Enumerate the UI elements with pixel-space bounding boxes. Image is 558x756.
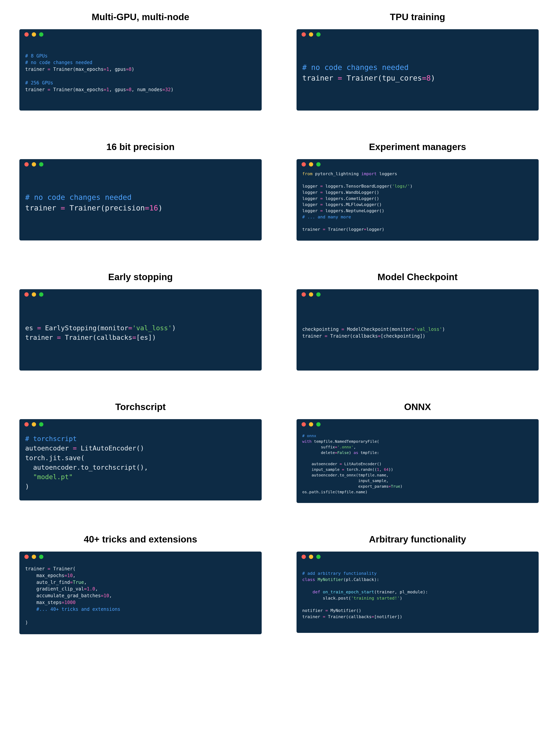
window-minimize-icon[interactable]	[309, 555, 313, 559]
code-wrap: es = EarlyStopping(monitor='val_loss') t…	[19, 300, 262, 370]
card-title: Model Checkpoint	[378, 271, 457, 282]
terminal-window: # 8 GPUs # no code changes needed traine…	[19, 29, 262, 110]
card-title: ONNX	[404, 401, 431, 412]
terminal-window: # onnx with tempfile.NamedTemporaryFile(…	[297, 419, 539, 503]
window-zoom-icon[interactable]	[316, 32, 321, 36]
code-wrap: from pytorch_lightning import loggers lo…	[297, 170, 539, 241]
window-close-icon[interactable]	[302, 292, 306, 296]
window-close-icon[interactable]	[24, 162, 29, 166]
card-early-stopping: Early stopping es = EarlyStopping(monito…	[19, 271, 262, 370]
window-zoom-icon[interactable]	[316, 292, 321, 296]
window-zoom-icon[interactable]	[39, 422, 43, 426]
card-title: 16 bit precision	[106, 141, 175, 152]
titlebar	[297, 29, 539, 40]
window-minimize-icon[interactable]	[32, 32, 36, 36]
terminal-window: # torchscript autoencoder = LitAutoEncod…	[19, 419, 262, 500]
code-wrap: trainer = Trainer( max_epochs=10, auto_l…	[19, 562, 262, 634]
code-wrap: # torchscript autoencoder = LitAutoEncod…	[19, 429, 262, 500]
card-onnx: ONNX # onnx with tempfile.NamedTemporary…	[297, 401, 539, 503]
window-close-icon[interactable]	[302, 555, 306, 559]
terminal-window: checkpointing = ModelCheckpoint(monitor=…	[297, 289, 539, 370]
card-title: Experiment managers	[369, 141, 466, 152]
code-wrap: # 8 GPUs # no code changes needed traine…	[19, 40, 262, 110]
card-title: Early stopping	[108, 271, 173, 282]
window-close-icon[interactable]	[24, 292, 29, 296]
window-close-icon[interactable]	[24, 32, 29, 36]
terminal-window: # no code changes needed trainer = Train…	[19, 159, 262, 240]
terminal-window: trainer = Trainer( max_epochs=10, auto_l…	[19, 552, 262, 634]
titlebar	[19, 289, 262, 300]
window-close-icon[interactable]	[302, 32, 306, 36]
code-wrap: # no code changes needed trainer = Train…	[297, 40, 539, 110]
card-title: Torchscript	[115, 401, 166, 412]
code-block: # add arbitrary functionality class MyNo…	[302, 570, 428, 620]
code-block: # no code changes needed trainer = Train…	[25, 192, 162, 213]
code-wrap: # add arbitrary functionality class MyNo…	[297, 562, 539, 633]
code-block: from pytorch_lightning import loggers lo…	[302, 171, 413, 233]
titlebar	[297, 419, 539, 429]
titlebar	[19, 29, 262, 40]
window-close-icon[interactable]	[302, 162, 306, 166]
window-minimize-icon[interactable]	[309, 292, 313, 296]
titlebar	[297, 552, 539, 562]
card-arbitrary: Arbitrary functionality # add arbitrary …	[297, 534, 539, 634]
card-tpu: TPU training # no code changes needed tr…	[297, 11, 539, 110]
card-16bit: 16 bit precision # no code changes neede…	[19, 141, 262, 241]
card-model-checkpoint: Model Checkpoint checkpointing = ModelCh…	[297, 271, 539, 370]
code-block: es = EarlyStopping(monitor='val_loss') t…	[25, 323, 176, 342]
card-experiment-managers: Experiment managers from pytorch_lightni…	[297, 141, 539, 241]
terminal-window: # add arbitrary functionality class MyNo…	[297, 552, 539, 633]
code-block: # 8 GPUs # no code changes needed traine…	[25, 53, 174, 93]
titlebar	[297, 289, 539, 300]
titlebar	[19, 419, 262, 429]
window-zoom-icon[interactable]	[39, 555, 43, 559]
window-zoom-icon[interactable]	[316, 555, 321, 559]
terminal-window: es = EarlyStopping(monitor='val_loss') t…	[19, 289, 262, 370]
code-block: # torchscript autoencoder = LitAutoEncod…	[25, 434, 148, 491]
card-title: Arbitrary functionality	[369, 534, 466, 545]
card-title: Multi-GPU, multi-node	[92, 11, 189, 22]
card-tricks: 40+ tricks and extensions trainer = Trai…	[19, 534, 262, 634]
window-minimize-icon[interactable]	[309, 162, 313, 166]
window-minimize-icon[interactable]	[309, 32, 313, 36]
code-wrap: # no code changes needed trainer = Train…	[19, 170, 262, 240]
card-title: TPU training	[390, 11, 445, 22]
window-close-icon[interactable]	[24, 555, 29, 559]
code-block: checkpointing = ModelCheckpoint(monitor=…	[302, 326, 445, 340]
window-zoom-icon[interactable]	[39, 292, 43, 296]
terminal-window: # no code changes needed trainer = Train…	[297, 29, 539, 110]
card-torchscript: Torchscript # torchscript autoencoder = …	[19, 401, 262, 503]
titlebar	[19, 159, 262, 170]
window-close-icon[interactable]	[24, 422, 29, 426]
cards-grid: Multi-GPU, multi-node # 8 GPUs # no code…	[19, 11, 539, 634]
code-wrap: # onnx with tempfile.NamedTemporaryFile(…	[297, 429, 539, 503]
titlebar	[19, 552, 262, 562]
window-zoom-icon[interactable]	[316, 162, 321, 166]
card-multi-gpu: Multi-GPU, multi-node # 8 GPUs # no code…	[19, 11, 262, 110]
page: Multi-GPU, multi-node # 8 GPUs # no code…	[0, 0, 558, 673]
window-minimize-icon[interactable]	[32, 292, 36, 296]
window-zoom-icon[interactable]	[39, 32, 43, 36]
code-block: # no code changes needed trainer = Train…	[302, 62, 435, 83]
code-block: # onnx with tempfile.NamedTemporaryFile(…	[302, 433, 403, 495]
window-minimize-icon[interactable]	[309, 422, 313, 426]
terminal-window: from pytorch_lightning import loggers lo…	[297, 159, 539, 241]
window-close-icon[interactable]	[302, 422, 306, 426]
window-minimize-icon[interactable]	[32, 162, 36, 166]
titlebar	[297, 159, 539, 170]
window-zoom-icon[interactable]	[39, 162, 43, 166]
window-zoom-icon[interactable]	[316, 422, 321, 426]
window-minimize-icon[interactable]	[32, 422, 36, 426]
code-wrap: checkpointing = ModelCheckpoint(monitor=…	[297, 300, 539, 370]
card-title: 40+ tricks and extensions	[84, 534, 197, 545]
code-block: trainer = Trainer( max_epochs=10, auto_l…	[25, 566, 120, 626]
window-minimize-icon[interactable]	[32, 555, 36, 559]
